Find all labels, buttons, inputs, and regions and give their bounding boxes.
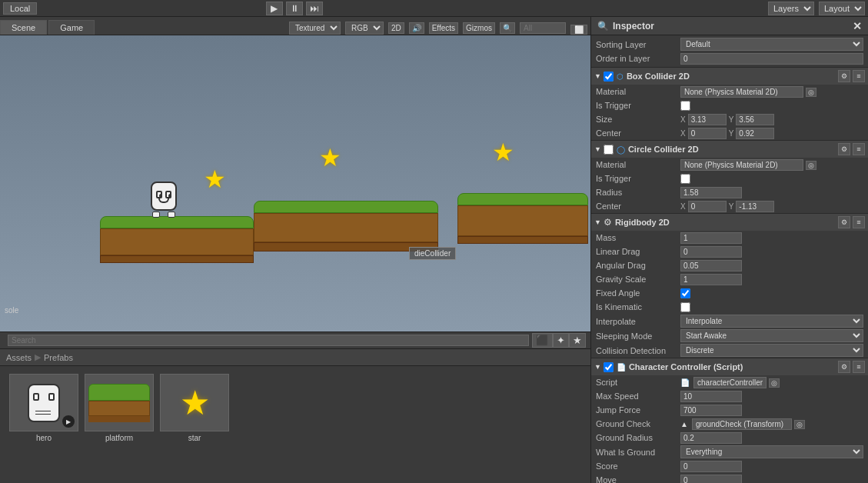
- play-overlay-hero[interactable]: ▶: [62, 415, 75, 428]
- gravity-scale-input[interactable]: [680, 274, 742, 285]
- box-material-picker[interactable]: ◎: [806, 88, 816, 97]
- scene-btn-1[interactable]: ⬛: [532, 333, 553, 348]
- collision-detection-select[interactable]: Discrete: [680, 344, 863, 357]
- rgb-select[interactable]: RGB: [345, 22, 384, 35]
- gizmos-button[interactable]: Gizmos: [463, 22, 495, 34]
- local-button[interactable]: Local: [3, 2, 37, 15]
- box-collider-arrow: ▼: [594, 72, 601, 80]
- sleeping-mode-select[interactable]: Start Awake: [680, 329, 863, 342]
- inspector-close-button[interactable]: ✕: [853, 20, 862, 32]
- star-1: ★: [204, 165, 226, 194]
- box-size-y-input[interactable]: [736, 114, 774, 125]
- scene-btn-2[interactable]: ✦: [553, 333, 569, 348]
- search-input[interactable]: [520, 22, 566, 34]
- sorting-layer-select[interactable]: Default: [680, 38, 863, 51]
- sole-label: sole: [5, 306, 18, 315]
- rigidbody-settings-btn[interactable]: ⚙: [838, 216, 850, 228]
- scene-search[interactable]: [8, 335, 529, 346]
- asset-thumb-platform: [85, 374, 154, 431]
- asset-thumb-star: ★: [160, 374, 229, 431]
- box-center-y-input[interactable]: [736, 128, 774, 139]
- textured-select[interactable]: Textured: [289, 22, 341, 35]
- box-collider-title: Box Collider 2D: [627, 72, 838, 81]
- what-is-ground-select[interactable]: Everything: [680, 445, 863, 458]
- effects-button[interactable]: Effects: [429, 22, 458, 34]
- box-collider-header[interactable]: ▼ ⬡ Box Collider 2D ⚙ ≡: [591, 68, 868, 85]
- box-collider-settings-btn[interactable]: ⚙: [838, 70, 850, 82]
- scene-btn-3[interactable]: ★: [569, 333, 586, 348]
- sleeping-mode-row: Sleeping Mode Start Awake: [591, 328, 868, 343]
- scene-view[interactable]: ★ ★ ★: [0, 35, 590, 331]
- char-controller-enable[interactable]: [604, 362, 614, 372]
- step-button[interactable]: ⏭: [306, 2, 323, 15]
- asset-label-hero: hero: [36, 434, 52, 442]
- script-row: Script 📄 characterController ◎: [591, 375, 868, 389]
- rigidbody-menu-btn[interactable]: ≡: [853, 216, 865, 228]
- box-trigger-label: Is Trigger: [596, 101, 680, 110]
- layout-select[interactable]: Layout: [819, 2, 865, 15]
- order-in-layer-input[interactable]: [680, 53, 863, 65]
- ground-radius-label: Ground Radius: [596, 433, 680, 442]
- fixed-angle-checkbox[interactable]: [680, 288, 690, 298]
- asset-item-star[interactable]: ★ star: [160, 374, 229, 442]
- circle-material-picker[interactable]: ◎: [806, 161, 816, 170]
- box-material-value: None (Physics Material 2D): [680, 86, 803, 98]
- box-center-x-input[interactable]: [688, 128, 727, 139]
- mass-input[interactable]: [680, 232, 742, 244]
- box-collider-enable[interactable]: [604, 72, 614, 82]
- box-trigger-checkbox[interactable]: [680, 101, 690, 111]
- circle-radius-input[interactable]: [680, 187, 742, 198]
- circle-collider-menu-btn[interactable]: ≡: [853, 143, 865, 155]
- score-input[interactable]: [680, 461, 742, 472]
- box-size-x-label: X: [680, 115, 686, 124]
- jump-force-input[interactable]: [680, 405, 742, 416]
- interpolate-select[interactable]: Interpolate: [680, 315, 863, 328]
- circle-collider-header[interactable]: ▼ ◯ Circle Collider 2D ⚙ ≡: [591, 141, 868, 158]
- char-controller-menu-btn[interactable]: ≡: [853, 361, 865, 373]
- circle-collider-settings-btn[interactable]: ⚙: [838, 143, 850, 155]
- circle-collider-enable[interactable]: [604, 145, 614, 155]
- char-controller-settings-btn[interactable]: ⚙: [838, 361, 850, 373]
- box-size-label: Size: [596, 115, 680, 124]
- sorting-section: Sorting Layer Default Order in Layer: [591, 35, 868, 68]
- asset-item-hero[interactable]: ▶ hero: [9, 374, 78, 442]
- box-size-x-input[interactable]: [688, 114, 727, 125]
- circle-material-row: Material None (Physics Material 2D) ◎: [591, 158, 868, 172]
- circle-trigger-checkbox[interactable]: [680, 174, 690, 184]
- asset-item-platform[interactable]: platform: [85, 374, 154, 442]
- ground-check-picker[interactable]: ◎: [794, 420, 805, 429]
- scene-tabs: Scene Game Textured RGB 2D 🔊 Effects Giz…: [0, 17, 590, 35]
- search-button[interactable]: 🔍: [500, 22, 515, 34]
- circle-center-y-input[interactable]: [736, 201, 774, 212]
- circle-radius-label: Radius: [596, 188, 680, 197]
- char-controller-header[interactable]: ▼ 📄 Character Controller (Script) ⚙ ≡: [591, 358, 868, 375]
- layers-select[interactable]: Layers: [768, 2, 814, 15]
- move-input[interactable]: [680, 475, 742, 484]
- mode-2d-button[interactable]: 2D: [388, 22, 404, 34]
- pause-button[interactable]: ⏸: [286, 2, 303, 15]
- linear-drag-input[interactable]: [680, 246, 742, 258]
- box-collider-menu-btn[interactable]: ≡: [853, 70, 865, 82]
- script-picker[interactable]: ◎: [769, 378, 780, 388]
- rigidbody-header[interactable]: ▼ ⚙ Rigidbody 2D ⚙ ≡: [591, 214, 868, 231]
- main-layout: Scene Game Textured RGB 2D 🔊 Effects Giz…: [0, 17, 868, 483]
- angular-drag-input[interactable]: [680, 260, 742, 271]
- audio-button[interactable]: 🔊: [409, 22, 424, 34]
- inspector-title: Inspector: [613, 21, 654, 32]
- circle-center-x-input[interactable]: [688, 201, 727, 212]
- play-button[interactable]: ▶: [266, 2, 283, 15]
- box-size-y-label: Y: [729, 115, 734, 124]
- maximize-button[interactable]: ⬜: [570, 25, 587, 35]
- ground-radius-input[interactable]: [680, 432, 742, 444]
- max-speed-input[interactable]: [680, 391, 742, 402]
- sleeping-mode-label: Sleeping Mode: [596, 331, 680, 341]
- inspector-icon: 🔍: [597, 21, 609, 32]
- order-in-layer-label: Order in Layer: [596, 54, 680, 63]
- tab-game[interactable]: Game: [48, 20, 95, 35]
- tab-scene[interactable]: Scene: [0, 20, 47, 35]
- is-kinematic-row: Is Kinematic: [591, 300, 868, 314]
- is-kinematic-checkbox[interactable]: [680, 302, 690, 312]
- script-label: Script: [596, 378, 680, 387]
- rigidbody-arrow: ▼: [594, 218, 601, 226]
- script-value: characterController: [693, 377, 767, 388]
